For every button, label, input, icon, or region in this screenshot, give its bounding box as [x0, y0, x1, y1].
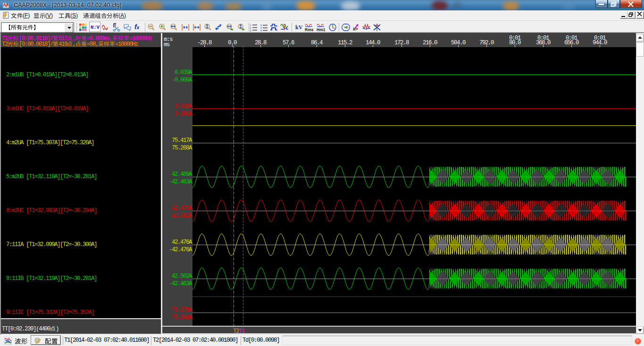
svg-text:3: 3: [250, 29, 251, 32]
svg-text:Rms: Rms: [305, 27, 314, 32]
svg-text:Hm1: Hm1: [317, 27, 326, 32]
